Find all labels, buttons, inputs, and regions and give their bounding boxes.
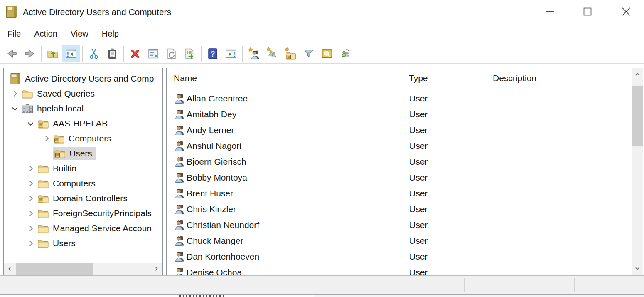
tree-item-builtin[interactable]: Builtin (4, 161, 162, 176)
menu-help[interactable]: Help (102, 29, 119, 39)
user-icon (174, 235, 185, 246)
scroll-up-icon (634, 72, 640, 77)
chevron-down-icon[interactable] (9, 102, 21, 115)
minimize-icon (546, 7, 555, 16)
tree-item-domain-controllers[interactable]: Domain Controllers (4, 191, 162, 206)
new-group-button[interactable] (263, 45, 281, 62)
chevron-spacer (40, 147, 53, 160)
delete-button[interactable] (126, 45, 144, 62)
list-item[interactable]: Dan Kortenhoeven User (167, 249, 632, 265)
user-name: Brent Huser (187, 188, 233, 198)
column-divider[interactable] (485, 70, 485, 87)
list-item[interactable]: Bjoern Gierisch User (167, 154, 632, 170)
cut-icon (87, 47, 101, 60)
list-item[interactable]: Amitabh Dey User (167, 106, 632, 122)
chevron-right-icon[interactable] (25, 162, 37, 175)
user-name: Bjoern Gierisch (187, 157, 246, 167)
user-icon (174, 251, 185, 262)
back-button[interactable] (2, 45, 21, 62)
list-item[interactable]: Denise Ochoa User (167, 265, 632, 275)
column-header-description[interactable]: Description (493, 73, 536, 83)
list-item[interactable]: Chris Kinzler User (167, 201, 632, 217)
user-type: User (409, 125, 428, 135)
scroll-left-button[interactable] (4, 263, 16, 275)
chevron-right-icon[interactable] (25, 222, 37, 235)
new-user-icon (247, 47, 261, 60)
chevron-right-icon[interactable] (25, 192, 37, 205)
show-console-tree-button[interactable] (62, 45, 80, 62)
scrollbar-thumb[interactable] (632, 86, 643, 146)
user-icon (174, 220, 185, 230)
tree-item-aas-hpelab[interactable]: AAS-HPELAB (4, 116, 162, 131)
vertical-scrollbar[interactable] (632, 68, 643, 275)
toolbar-separator (123, 46, 124, 62)
tree-item-label: Users (53, 238, 76, 248)
menu-file[interactable]: File (7, 29, 21, 39)
forward-button[interactable] (21, 45, 39, 62)
user-type: User (409, 157, 428, 167)
tree-item-root[interactable]: Active Directory Users and Comp (4, 71, 162, 86)
show-action-pane-button[interactable] (222, 45, 240, 62)
tree-item-label: Domain Controllers (53, 193, 128, 203)
properties-button[interactable] (144, 45, 162, 62)
chevron-right-icon[interactable] (25, 177, 37, 190)
column-header-name[interactable]: Name (174, 73, 197, 83)
scrollbar-thumb[interactable] (16, 263, 93, 275)
chevron-right-icon[interactable] (40, 132, 53, 145)
find-button[interactable] (318, 45, 336, 62)
properties-icon (147, 47, 160, 60)
delete-icon (128, 47, 142, 60)
up-one-level-button[interactable] (44, 45, 62, 62)
chevron-right-icon[interactable] (25, 207, 37, 220)
user-type: User (409, 267, 428, 275)
minimize-button[interactable] (541, 3, 560, 20)
ou-folder-icon (54, 149, 66, 158)
scroll-up-button[interactable] (632, 68, 643, 81)
tree-item-users[interactable]: Users (4, 236, 162, 251)
tree-item-computers[interactable]: Computers (4, 176, 162, 191)
add-to-group-button[interactable] (336, 45, 354, 62)
new-user-button[interactable] (245, 45, 263, 62)
cut-button[interactable] (85, 45, 103, 62)
paste-button[interactable] (103, 45, 121, 62)
horizontal-scrollbar[interactable] (4, 263, 162, 275)
list-item[interactable]: Anshul Nagori User (167, 138, 632, 154)
column-divider[interactable] (402, 70, 402, 87)
tree-item-managed-service-accounts[interactable]: Managed Service Accoun (4, 221, 162, 236)
list-item[interactable]: Allan Greentree User (167, 91, 632, 106)
column-divider[interactable] (612, 70, 612, 87)
close-button[interactable] (617, 3, 636, 20)
new-org-unit-button[interactable] (281, 45, 300, 62)
user-name: Bobby Montoya (187, 173, 247, 183)
chevron-down-icon[interactable] (25, 117, 37, 130)
filter-button[interactable] (300, 45, 318, 62)
tree-item-saved-queries[interactable]: Saved Queries (4, 86, 162, 101)
scroll-down-button[interactable] (632, 262, 643, 275)
user-icon (174, 172, 185, 183)
list-item[interactable]: Brent Huser User (167, 186, 632, 201)
menu-action[interactable]: Action (34, 29, 57, 39)
column-header-type[interactable]: Type (409, 73, 428, 83)
show-console-tree-icon (64, 47, 78, 60)
user-type: User (409, 109, 428, 119)
maximize-button[interactable] (578, 3, 597, 20)
refresh-button[interactable] (162, 45, 181, 62)
export-list-button[interactable] (181, 45, 199, 62)
list-item[interactable]: Christian Neundorf User (167, 217, 632, 233)
tree-item-label: Users (69, 148, 92, 158)
tree-item-computers-ou[interactable]: Computers (4, 131, 162, 146)
list-item[interactable]: Chuck Manger User (167, 233, 632, 249)
chevron-right-icon[interactable] (25, 237, 37, 250)
tree-item-users-ou-selected[interactable]: Users (4, 146, 162, 161)
menu-view[interactable]: View (71, 29, 88, 39)
console-tree: Active Directory Users and Comp Saved Qu… (4, 71, 162, 251)
list-item[interactable]: Andy Lerner User (167, 122, 632, 138)
chevron-right-icon[interactable] (9, 87, 21, 100)
help-button[interactable]: ? (204, 45, 222, 62)
list-item[interactable]: Bobby Montoya User (167, 170, 632, 186)
scroll-right-button[interactable] (150, 263, 162, 275)
close-icon (621, 7, 631, 17)
tree-item-foreign-security-principals[interactable]: ForeignSecurityPrincipals (4, 206, 162, 221)
up-one-level-icon (46, 47, 59, 60)
tree-item-hpelab-local[interactable]: hpelab.local (4, 101, 162, 116)
